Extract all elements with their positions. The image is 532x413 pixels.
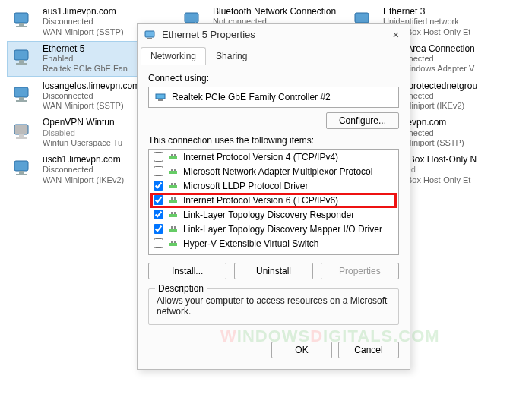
adapter-status: Enabled <box>43 54 128 64</box>
adapter-device: WAN Miniport (IKEv2) <box>43 175 124 185</box>
adapter-icon <box>11 45 38 72</box>
svg-rect-43 <box>169 171 177 174</box>
tabs: Networking Sharing <box>138 47 410 65</box>
svg-rect-54 <box>174 212 176 214</box>
svg-rect-51 <box>174 197 176 200</box>
svg-rect-45 <box>174 169 176 171</box>
svg-rect-56 <box>171 226 173 229</box>
adapter-name: Ethernet 3 <box>383 6 470 17</box>
svg-rect-18 <box>14 87 28 97</box>
adapter-icon <box>11 156 38 183</box>
svg-rect-60 <box>174 241 176 243</box>
svg-rect-31 <box>19 171 24 174</box>
svg-rect-50 <box>171 197 173 200</box>
adapter-status: Disconnected <box>43 17 124 27</box>
connection-item[interactable]: Internet Protocol Version 4 (TCP/IPv4) <box>149 150 398 164</box>
item-label: Internet Protocol Version 6 (TCP/IPv6) <box>183 195 338 206</box>
uninstall-button[interactable]: Uninstall <box>234 263 312 279</box>
svg-rect-8 <box>355 13 369 23</box>
svg-rect-13 <box>16 63 27 65</box>
connection-item[interactable]: Hyper-V Extensible Virtual Switch <box>149 236 398 251</box>
item-checkbox[interactable] <box>154 181 163 191</box>
item-checkbox[interactable] <box>154 152 163 162</box>
protocol-icon <box>168 166 179 177</box>
adapter-status: Disconnected <box>43 91 140 101</box>
adapter-name: Bluetooth Network Connection <box>213 6 342 17</box>
tab-networking[interactable]: Networking <box>141 47 206 65</box>
adapter-icon <box>11 82 38 109</box>
configure-button[interactable]: Configure... <box>326 112 399 129</box>
svg-rect-20 <box>16 100 27 102</box>
item-checkbox[interactable] <box>154 195 163 205</box>
svg-rect-49 <box>169 200 177 203</box>
svg-rect-25 <box>19 134 24 137</box>
svg-rect-37 <box>147 38 152 39</box>
protocol-icon <box>168 195 179 206</box>
protocol-icon <box>168 224 179 235</box>
item-checkbox[interactable] <box>154 224 163 234</box>
item-label: Microsoft Network Adapter Multiplexor Pr… <box>183 166 372 177</box>
item-label: Internet Protocol Version 4 (TCP/IPv4) <box>183 152 338 162</box>
adapter-device: WAN Miniport (SSTP) <box>43 27 124 37</box>
svg-rect-36 <box>145 31 154 37</box>
adapter-name: aus1.limevpn.com <box>43 6 124 17</box>
adapter-status: Disconnected <box>43 165 124 175</box>
svg-rect-57 <box>174 226 176 229</box>
svg-rect-41 <box>171 154 173 156</box>
protocol-icon <box>168 181 179 191</box>
connection-item[interactable]: Microsoft Network Adapter Multiplexor Pr… <box>149 164 398 178</box>
svg-rect-24 <box>14 125 28 134</box>
svg-rect-58 <box>169 243 177 246</box>
protocol-icon <box>168 152 179 162</box>
adapter-device: WAN Miniport (SSTP) <box>43 101 140 111</box>
svg-rect-30 <box>14 161 28 171</box>
svg-rect-32 <box>16 174 27 175</box>
adapter-status: Disabled <box>43 128 122 138</box>
ok-button[interactable]: OK <box>271 342 332 358</box>
properties-dialog: Ethernet 5 Properties × Networking Shari… <box>137 23 410 370</box>
install-button[interactable]: Install... <box>148 263 226 279</box>
items-listbox[interactable]: Internet Protocol Version 4 (TCP/IPv4)Mi… <box>148 149 399 255</box>
connect-using-field: Realtek PCIe GbE Family Controller #2 <box>148 87 399 108</box>
item-checkbox[interactable] <box>154 210 163 219</box>
svg-rect-47 <box>171 183 173 185</box>
adapter-name: OpenVPN Wintun <box>43 117 122 128</box>
titlebar: Ethernet 5 Properties × <box>138 24 410 46</box>
item-label: Hyper-V Extensible Virtual Switch <box>183 238 319 249</box>
svg-rect-2 <box>16 26 27 27</box>
connection-item[interactable]: Link-Layer Topology Discovery Mapper I/O… <box>149 222 398 236</box>
svg-rect-40 <box>169 156 177 159</box>
svg-rect-52 <box>169 214 177 217</box>
connection-item[interactable]: Internet Protocol Version 6 (TCP/IPv6) <box>149 193 398 207</box>
network-icon <box>144 29 156 41</box>
adapter-name: usch1.limevpn.com <box>43 154 124 165</box>
svg-rect-1 <box>19 23 24 26</box>
items-label: This connection uses the following items… <box>148 135 399 146</box>
item-checkbox[interactable] <box>154 238 163 248</box>
description-text: Allows your computer to access resources… <box>157 295 391 317</box>
svg-rect-26 <box>16 137 27 139</box>
connect-using-label: Connect using: <box>148 73 399 84</box>
svg-rect-3 <box>185 13 198 23</box>
adapter-device: Wintun Userspace Tu <box>43 138 122 148</box>
connection-item[interactable]: Microsoft LLDP Protocol Driver <box>149 178 398 193</box>
item-label: Link-Layer Topology Discovery Responder <box>183 210 354 220</box>
connection-item[interactable]: Link-Layer Topology Discovery Responder <box>149 207 398 222</box>
svg-rect-53 <box>171 212 173 214</box>
tab-sharing[interactable]: Sharing <box>206 47 257 65</box>
svg-rect-55 <box>169 229 177 232</box>
svg-rect-42 <box>174 154 176 156</box>
item-checkbox[interactable] <box>154 166 163 176</box>
svg-rect-19 <box>19 97 24 100</box>
close-icon[interactable]: × <box>388 28 404 41</box>
item-label: Microsoft LLDP Protocol Driver <box>183 181 309 191</box>
svg-rect-12 <box>19 60 24 63</box>
properties-button: Properties <box>321 263 399 279</box>
svg-rect-39 <box>158 99 163 101</box>
cancel-button[interactable]: Cancel <box>338 342 399 358</box>
svg-rect-11 <box>14 50 28 60</box>
svg-rect-59 <box>171 241 173 243</box>
adapter-icon <box>11 8 38 35</box>
connect-using-value: Realtek PCIe GbE Family Controller #2 <box>172 92 331 102</box>
adapter-icon <box>11 119 38 147</box>
